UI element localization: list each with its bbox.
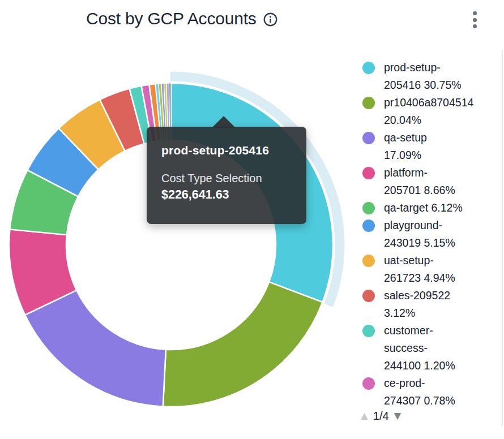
donut-slice[interactable] [25, 290, 166, 407]
page-indicator: 1/4 [373, 410, 389, 423]
legend-item[interactable]: prod-setup-205416 30.75% [362, 59, 502, 94]
tooltip-title: prod-setup-205416 [161, 144, 292, 157]
legend-label: platform-205701 8.66% [384, 164, 455, 199]
page-up-icon[interactable]: ▲ [358, 408, 370, 423]
legend-pagination: ▲ 1/4 ▼ [358, 408, 403, 423]
legend-label: playground-243019 5.15% [384, 217, 455, 252]
legend-color-dot [362, 132, 375, 144]
donut-slice[interactable] [163, 282, 323, 407]
legend-item[interactable]: sales-2095223.12% [362, 287, 502, 322]
legend-item[interactable]: uat-setup-261723 4.94% [362, 252, 502, 287]
legend-label: customer-success-244100 1.20% [384, 322, 455, 375]
legend-label: qa-setup17.09% [384, 129, 427, 164]
cost-by-gcp-accounts-card: Cost by GCP Accounts prod-setup-205416 C… [0, 0, 504, 439]
legend-item[interactable]: playground-243019 5.15% [362, 217, 502, 252]
legend-color-dot [362, 325, 375, 337]
legend-items: prod-setup-205416 30.75%pr10406a87045142… [362, 59, 502, 405]
page-down-icon[interactable]: ▼ [392, 408, 404, 423]
legend-color-dot [362, 377, 375, 390]
card-right-divider [502, 50, 503, 426]
legend-item[interactable]: customer-success-244100 1.20% [362, 322, 502, 375]
tooltip-value: $226,641.63 [161, 188, 292, 202]
legend-item[interactable]: ce-prod-274307 0.78% [362, 375, 502, 405]
legend-color-dot [362, 97, 375, 109]
legend-label: ce-prod-274307 0.78% [384, 375, 455, 405]
tooltip-label: Cost Type Selection [161, 172, 292, 185]
tooltip-caret [212, 116, 236, 128]
legend-color-dot [362, 255, 375, 267]
legend-item[interactable]: pr10406a870451420.04% [362, 94, 502, 129]
legend-item[interactable]: platform-205701 8.66% [362, 164, 502, 199]
legend-label: uat-setup-261723 4.94% [384, 252, 455, 287]
legend-color-dot [362, 167, 375, 179]
legend-label: pr10406a870451420.04% [384, 94, 473, 129]
legend-label: prod-setup-205416 30.75% [384, 59, 462, 94]
chart-tooltip: prod-setup-205416 Cost Type Selection $2… [147, 127, 306, 224]
legend-color-dot [362, 220, 375, 232]
legend-item[interactable]: qa-setup17.09% [362, 129, 502, 164]
legend-label: sales-2095223.12% [384, 287, 450, 322]
legend-color-dot [362, 62, 375, 74]
legend-color-dot [362, 202, 375, 214]
legend-item[interactable]: qa-target 6.12% [362, 199, 502, 217]
legend-label: qa-target 6.12% [384, 199, 463, 217]
legend-color-dot [362, 290, 375, 302]
